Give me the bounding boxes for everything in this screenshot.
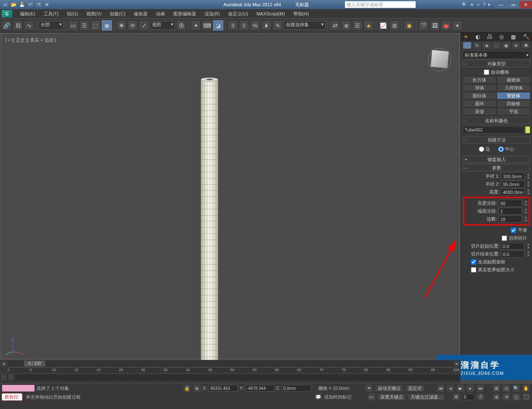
sliceto-input[interactable] [501, 250, 525, 258]
tab-modify[interactable]: ✎ [473, 42, 482, 49]
qat-more-icon[interactable]: ▾ [43, 1, 51, 8]
viewport-nav-2[interactable]: ⊡ [502, 384, 510, 392]
select-region-icon[interactable]: ⬚ [91, 20, 101, 30]
setkey-button[interactable]: 设置关键点 [377, 393, 406, 401]
unlink-icon[interactable]: ⛓ [13, 20, 23, 30]
menu-modifiers[interactable]: 修改器 [130, 11, 152, 17]
help-search-input[interactable]: 键入关键字或短语 [345, 1, 416, 8]
time-ruler[interactable]: 0510152025303540455055606570758085909510… [7, 367, 453, 373]
btn-cylinder[interactable]: 圆柱体 [463, 92, 496, 99]
manipulate-icon[interactable]: ✦ [191, 20, 201, 30]
object-name-input[interactable] [463, 126, 524, 134]
realworld-checkbox[interactable]: 真实世界贴图大小 [463, 266, 530, 274]
viewport-nav-8[interactable]: ⛶ [522, 393, 530, 401]
menu-maxscript[interactable]: MAXScript(M) [252, 11, 289, 16]
category-dropdown[interactable]: 标准基本体 [463, 51, 530, 59]
radio-edge[interactable]: 边 [479, 146, 490, 152]
hammer-icon[interactable]: 🔨 [523, 34, 530, 40]
render-prod-icon[interactable]: ▾ [452, 20, 462, 30]
layers-icon[interactable]: ☰ [352, 20, 362, 30]
menu-help[interactable]: 帮助(H) [289, 11, 313, 17]
window-close-button[interactable]: × [520, 1, 532, 8]
qat-new-icon[interactable]: ▱ [2, 1, 9, 8]
play-icon[interactable]: ▶ [456, 384, 465, 392]
app-logo-icon[interactable]: G [2, 10, 12, 17]
key-icon-2[interactable]: 🗝 [367, 393, 376, 401]
tab-motion[interactable]: 🎥 [492, 42, 501, 49]
time-handle[interactable]: 0 / 100 [24, 361, 45, 367]
viewport-label[interactable]: [ + ][ 正交 ][ 真实 + 边面 ] [5, 37, 56, 43]
heightsegs-input[interactable] [499, 200, 522, 207]
genuv-checkbox[interactable]: 生成贴图坐标 [463, 258, 530, 266]
viewport-nav-6[interactable]: ⟲ [502, 393, 510, 401]
tab-display[interactable]: ◉ [502, 42, 511, 49]
btn-teapot[interactable]: 茶壶 [463, 108, 496, 115]
x-input[interactable] [209, 385, 238, 392]
time-prev-button[interactable]: ◂ [1, 361, 7, 367]
qat-save-icon[interactable]: 💾 [18, 1, 26, 8]
capsegs-input[interactable] [499, 208, 522, 215]
goto-end-icon[interactable]: ⏭ [476, 384, 485, 392]
select-name-icon[interactable]: ☰ [79, 20, 89, 30]
menu-edit[interactable]: 编辑(E) [16, 11, 39, 17]
spinner-snap-icon[interactable]: ⧳ [261, 20, 271, 30]
btn-torus[interactable]: 圆环 [463, 100, 496, 107]
snap-toggle-icon[interactable]: ◪ [213, 20, 223, 30]
key-icon[interactable]: ✦ [470, 2, 474, 7]
viewport[interactable]: [ + ][ 正交 ][ 真实 + 边面 ] x y z [1, 33, 460, 359]
menu-customize[interactable]: 自定义(U) [224, 11, 252, 17]
qat-open-icon[interactable]: 📂 [10, 1, 17, 8]
rollout-creation-method[interactable]: -创建方法 [463, 136, 530, 144]
viewport-nav-5[interactable]: ⊕ [492, 393, 500, 401]
autokey-button[interactable]: 自动关键点 [375, 384, 404, 392]
sliceto-spinner[interactable]: ▴▾ [526, 250, 530, 258]
rollout-keyboard[interactable]: +键盘输入 [463, 156, 530, 163]
viewport-nav-3[interactable]: 🔍 [512, 384, 520, 392]
scale-icon[interactable]: ⤢ [139, 20, 149, 30]
track-bar[interactable] [15, 374, 461, 381]
comm-center-icon[interactable]: 💬 [314, 393, 323, 401]
time-config-2-icon[interactable]: ⏱ [476, 393, 485, 401]
selected-dropdown[interactable]: 选定对 [405, 384, 425, 392]
window-minimize-button[interactable]: — [495, 1, 507, 8]
btn-geosphere[interactable]: 几何球体 [497, 84, 530, 92]
rollout-name-color[interactable]: -名称和颜色 [463, 117, 530, 124]
time-slider[interactable]: 0 / 100 [7, 361, 453, 367]
layer-manager-icon[interactable]: ◈ [364, 20, 374, 30]
radio-center[interactable]: 中心 [498, 146, 514, 152]
prev-frame-icon[interactable]: ◂ [446, 384, 455, 392]
menu-create[interactable]: 创建(C) [106, 11, 129, 17]
radius2-spinner[interactable]: ▴▾ [526, 181, 530, 188]
angle-snap-icon[interactable]: ⧲ [239, 20, 249, 30]
btn-plane[interactable]: 平面 [497, 108, 530, 115]
slicefrom-input[interactable] [501, 243, 525, 250]
height-spinner[interactable]: ▴▾ [526, 188, 530, 196]
slicefrom-spinner[interactable]: ▴▾ [526, 243, 530, 250]
material-editor-icon[interactable]: ◉ [404, 20, 414, 30]
link-icon[interactable]: 🔗 [2, 20, 12, 30]
abs-rel-icon[interactable]: ⊕ [193, 384, 201, 392]
script-listener[interactable] [2, 384, 35, 392]
btn-tube[interactable]: 管状体 [497, 92, 530, 99]
window-crossing-icon[interactable]: ▣ [102, 20, 112, 30]
sides-input[interactable] [499, 216, 522, 223]
time-tag-label[interactable]: 添加时间标记 [324, 394, 352, 400]
tab-create[interactable]: ◯ [463, 42, 472, 49]
slice-checkbox[interactable]: 启用切片 [463, 234, 530, 242]
btn-cone[interactable]: 圆锥体 [497, 76, 530, 84]
render-icon[interactable]: 🫖 [441, 20, 451, 30]
pivot-icon[interactable]: ⦿ [176, 20, 186, 30]
move-icon[interactable]: ✥ [116, 20, 126, 30]
selection-filter-dropdown[interactable]: 全部 [39, 21, 64, 30]
keyboard-icon[interactable]: ⌨ [202, 20, 212, 30]
edit-named-icon[interactable]: ✎ [273, 20, 283, 30]
rendered-frame-icon[interactable]: 🖼 [430, 20, 440, 30]
heightsegs-spinner[interactable]: ▴▾ [524, 200, 528, 207]
time-tag-icon[interactable]: ⏷ [365, 384, 373, 392]
radius1-input[interactable] [501, 173, 525, 180]
current-frame-input[interactable] [462, 394, 475, 400]
smooth-checkbox[interactable]: 平滑 [463, 226, 530, 234]
autogrid-checkbox[interactable]: 自动栅格 [463, 68, 530, 76]
tube-object[interactable] [201, 79, 218, 387]
menu-rendering[interactable]: 渲染(R) [200, 11, 224, 17]
